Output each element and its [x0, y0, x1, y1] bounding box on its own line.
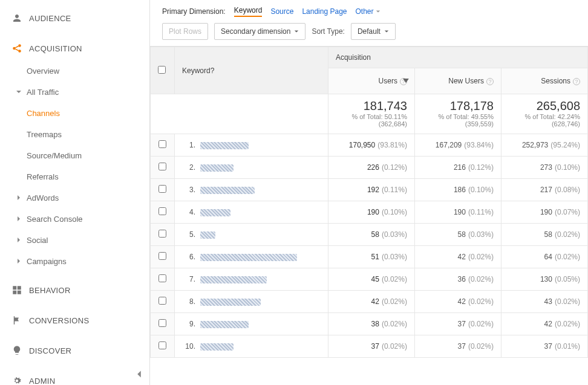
- primary-dimension-row: Primary Dimension: Keyword Source Landin…: [150, 0, 588, 21]
- keyword-cell[interactable]: 3.: [175, 179, 328, 201]
- new-users-cell: 216(0.12%): [414, 157, 501, 179]
- help-icon[interactable]: ?: [486, 78, 494, 85]
- sessions-cell: 130(0.05%): [501, 268, 587, 291]
- table-row: 7.45(0.02%)36(0.02%)130(0.05%): [151, 268, 588, 291]
- share-icon: [11, 42, 23, 54]
- plot-rows-button[interactable]: Plot Rows: [162, 23, 208, 40]
- select-all-checkbox[interactable]: [158, 66, 166, 74]
- sidebar-item-all-traffic[interactable]: All Traffic: [0, 82, 149, 103]
- sidebar-item-overview[interactable]: Overview: [0, 60, 149, 82]
- nav-acquisition[interactable]: ACQUISITION: [0, 36, 149, 60]
- keyword-cell[interactable]: 4.: [175, 201, 328, 224]
- users-cell: 226(0.12%): [328, 157, 414, 179]
- grid-icon: [11, 284, 23, 296]
- row-checkbox[interactable]: [158, 252, 166, 260]
- nav-conversions[interactable]: CONVERSIONS: [0, 308, 149, 332]
- acquisition-group-header: Acquisition: [328, 47, 587, 68]
- nav-audience-label: AUDIENCE: [29, 14, 71, 23]
- sessions-cell: 58(0.02%): [501, 224, 587, 246]
- keyword-cell[interactable]: 2.: [175, 157, 328, 179]
- sidebar-item-search-console[interactable]: Search Console: [0, 209, 149, 230]
- sidebar-item-channels[interactable]: Channels: [0, 103, 149, 124]
- total-cell: 178,178% of Total: 49.55%(359,559): [414, 94, 501, 134]
- keyword-cell[interactable]: 6.: [175, 246, 328, 268]
- row-checkbox[interactable]: [158, 319, 166, 327]
- sidebar-item-campaigns[interactable]: Campaigns: [0, 251, 149, 272]
- nav-discover[interactable]: DISCOVER: [0, 338, 149, 363]
- svg-point-1: [18, 44, 21, 47]
- dim-source[interactable]: Source: [270, 7, 293, 16]
- row-checkbox[interactable]: [158, 274, 166, 282]
- col-sessions[interactable]: Sessions?: [501, 68, 587, 94]
- row-checkbox[interactable]: [158, 297, 166, 305]
- bulb-icon: [11, 345, 23, 357]
- dim-other[interactable]: Other: [356, 7, 381, 16]
- keyword-cell[interactable]: 7.: [175, 268, 328, 291]
- row-checkbox[interactable]: [158, 163, 166, 170]
- nav-acquisition-label: ACQUISITION: [29, 44, 82, 53]
- row-checkbox-cell: [151, 313, 175, 335]
- keyword-cell[interactable]: 9.: [175, 313, 328, 335]
- sidebar-item-source-medium[interactable]: Source/Medium: [0, 145, 149, 166]
- nav-audience[interactable]: AUDIENCE: [0, 6, 149, 30]
- row-checkbox[interactable]: [158, 185, 166, 193]
- table-row: 1.170,950(93.81%)167,209(93.84%)252,973(…: [151, 134, 588, 157]
- sidebar-item-referrals[interactable]: Referrals: [0, 166, 149, 187]
- data-table-wrap: Keyword? Acquisition Users? New Users? S…: [150, 46, 588, 358]
- sessions-cell: 273(0.10%): [501, 157, 587, 179]
- users-cell: 37(0.02%): [328, 335, 414, 358]
- nav-behavior[interactable]: BEHAVIOR: [0, 278, 149, 302]
- users-cell: 190(0.10%): [328, 201, 414, 224]
- sessions-cell: 190(0.07%): [501, 201, 587, 224]
- new-users-cell: 190(0.11%): [414, 201, 501, 224]
- svg-rect-4: [18, 286, 21, 290]
- select-all-cell: [151, 47, 175, 94]
- row-checkbox[interactable]: [158, 207, 166, 215]
- collapse-sidebar-icon[interactable]: [135, 370, 143, 380]
- keyword-cell[interactable]: 10.: [175, 335, 328, 358]
- dim-landing-page[interactable]: Landing Page: [302, 7, 347, 16]
- sidebar-item-adwords[interactable]: AdWords: [0, 187, 149, 209]
- caret-right-icon: [16, 193, 25, 202]
- keyword-cell[interactable]: 8.: [175, 291, 328, 313]
- users-cell: 58(0.03%): [328, 224, 414, 246]
- users-cell: 38(0.02%): [328, 313, 414, 335]
- users-cell: 170,950(93.81%): [328, 134, 414, 157]
- caret-down-icon: [16, 88, 25, 97]
- flag-icon: [11, 314, 23, 326]
- total-cell: 265,608% of Total: 42.24%(628,746): [501, 94, 587, 134]
- sidebar-item-social[interactable]: Social: [0, 230, 149, 251]
- col-users[interactable]: Users?: [328, 68, 414, 94]
- help-icon[interactable]: ?: [573, 78, 580, 85]
- table-row: 8.42(0.02%)42(0.02%)43(0.02%): [151, 291, 588, 313]
- table-body: 181,743% of Total: 50.11%(362,684)178,17…: [151, 94, 588, 358]
- keyword-header[interactable]: Keyword?: [175, 47, 328, 94]
- caret-right-icon: [16, 236, 25, 245]
- table-row: 2.226(0.12%)216(0.12%)273(0.10%): [151, 157, 588, 179]
- row-checkbox[interactable]: [158, 140, 166, 148]
- svg-rect-3: [13, 286, 16, 290]
- help-icon[interactable]: ?: [211, 66, 215, 75]
- sort-type-dropdown[interactable]: Default: [351, 23, 396, 40]
- gear-icon: [11, 375, 23, 385]
- users-cell: 192(0.11%): [328, 179, 414, 201]
- keyword-cell[interactable]: 1.: [175, 134, 328, 157]
- svg-point-2: [18, 50, 21, 53]
- sidebar-item-treemaps[interactable]: Treemaps: [0, 124, 149, 145]
- total-cell: 181,743% of Total: 50.11%(362,684): [328, 94, 414, 134]
- caret-right-icon: [16, 215, 25, 224]
- table-row: 9.38(0.02%)37(0.02%)42(0.02%): [151, 313, 588, 335]
- sort-desc-icon: [402, 77, 410, 86]
- nav-admin[interactable]: ADMIN: [0, 369, 149, 385]
- col-new-users[interactable]: New Users?: [414, 68, 501, 94]
- users-cell: 42(0.02%): [328, 291, 414, 313]
- row-checkbox[interactable]: [158, 230, 166, 238]
- secondary-dimension-dropdown[interactable]: Secondary dimension: [214, 23, 305, 40]
- row-checkbox-cell: [151, 224, 175, 246]
- caret-right-icon: [16, 257, 25, 266]
- dim-keyword[interactable]: Keyword: [234, 6, 263, 17]
- row-checkbox[interactable]: [158, 341, 166, 349]
- keyword-cell[interactable]: 5.: [175, 224, 328, 246]
- svg-rect-5: [13, 291, 16, 294]
- person-icon: [11, 12, 23, 24]
